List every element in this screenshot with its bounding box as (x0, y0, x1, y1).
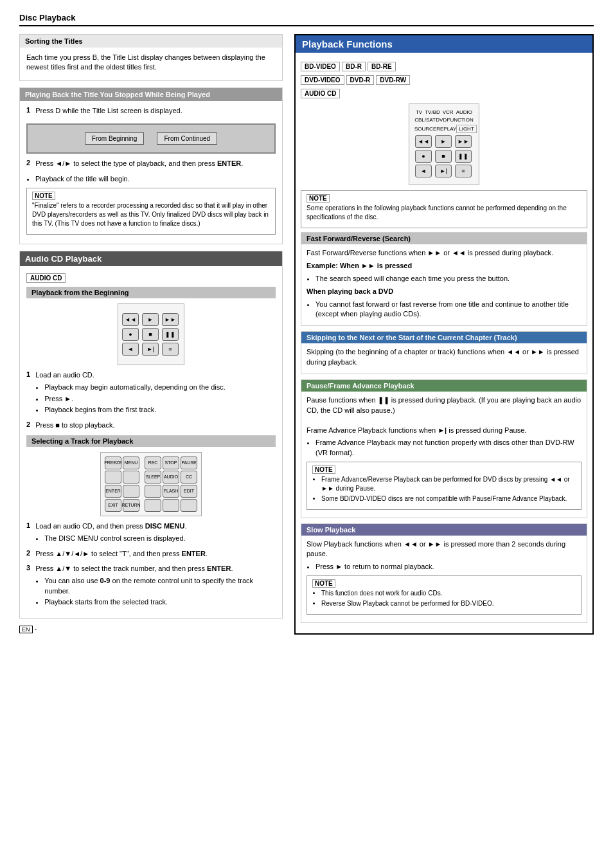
pause-body: Pause functions when ❚❚ is pressed durin… (306, 395, 582, 415)
fast-forward-header: Fast Forward/Reverse (Search) (301, 233, 587, 244)
sorting-header: Sorting the Titles (20, 35, 282, 48)
slow-note: NOTE This function does not work for aud… (306, 575, 582, 615)
slow-note-b1: This function does not work for audio CD… (321, 589, 576, 598)
track-step3-b2: Playback starts from the selected track. (44, 597, 276, 607)
from-continued-btn: From Continued (157, 132, 217, 145)
playback-beginning-header: Playback from the Beginning (26, 287, 276, 298)
blank-btn3 (123, 485, 139, 498)
btn-pause: ❚❚ (162, 328, 179, 341)
playback-badges-2: DVD-VIDEO DVD-R DVD-RW (301, 75, 587, 85)
page-title: Disc Playback (19, 13, 594, 26)
playing-back-note: NOTE "Finalize" refers to a recorder pro… (26, 188, 276, 235)
r-btn2: STOP (163, 457, 179, 469)
badge-dvd-rw: DVD-RW (376, 75, 410, 85)
badge-dvd-r: DVD-R (346, 75, 375, 85)
r-btn1: REC (145, 457, 161, 469)
fast-forward-section: Fast Forward/Reverse (Search) Fast Forwa… (301, 232, 587, 326)
track-step1-num: 1 (26, 521, 30, 547)
r-btn8: FLASH (163, 485, 179, 498)
badge-dvd-video: DVD-VIDEO (301, 75, 344, 85)
audio-cd-section: Audio CD Playback AUDIO CD Playback from… (19, 251, 283, 619)
ff-body: Fast Forward/Reverse functions when ►► o… (306, 248, 582, 258)
badge-audio-cd: AUDIO CD (301, 89, 340, 98)
ff-example-header: Example: When ►► is pressed (306, 261, 582, 271)
sorting-section: Sorting the Titles Each time you press B… (19, 34, 283, 81)
step2-bullet: Playback of the title will begin. (35, 174, 276, 184)
remote-area-2: FREEZE MENU ENTER EXIT RETURN (26, 452, 276, 516)
track-step1-bullet: The DISC MENU control screen is displaye… (44, 534, 186, 543)
track-step3-num: 3 (26, 564, 30, 610)
audio-cd-header: Audio CD Playback (20, 251, 282, 266)
playback-functions-section: Playback Functions BD-VIDEO BD-R BD-RE D… (294, 34, 594, 635)
r-btn4: SLEEP (145, 471, 161, 484)
track-step1-text: Load an audio CD, and then press DISC ME… (35, 521, 186, 531)
r-btn7 (145, 485, 161, 498)
en-badge: EN (19, 626, 33, 633)
selecting-track-header: Selecting a Track for Playback (26, 435, 276, 447)
audio-step1-b3: Playback begins from the first track. (44, 405, 226, 415)
btn-rec: ● (122, 328, 139, 341)
r-btn12 (181, 499, 197, 512)
badge-bd-re: BD-RE (368, 62, 396, 71)
btn-rew: ◄ (122, 343, 139, 356)
btn-stop: ■ (142, 328, 159, 341)
pf-pause: ❚❚ (455, 150, 472, 163)
audio-step1-text: Load an audio CD. (35, 370, 226, 380)
pf-prev: ◄◄ (415, 135, 432, 148)
step2-text: Press ◄/► to select the type of playback… (35, 159, 243, 168)
badge-bd-r: BD-R (342, 62, 366, 71)
enter-btn: ENTER (105, 485, 121, 498)
frame-bullet: Frame Advance Playback may not function … (315, 438, 582, 458)
skipping-section: Skipping to the Next or the Start of the… (301, 331, 587, 374)
r-btn10 (145, 499, 161, 512)
skipping-body: Skipping (to the beginning of a chapter … (306, 347, 582, 367)
playback-note: NOTE Some operations in the following pl… (301, 190, 587, 228)
remote-area: ◄◄ ► ►► ● ■ ❚❚ ◄ ►| ≡ (26, 303, 276, 365)
r-btn3: PAUSE (181, 457, 197, 469)
from-beginning-btn: From Beginning (85, 132, 145, 145)
slow-header: Slow Playback (301, 524, 587, 536)
audio-step1-b1: Playback may begin automatically, depend… (44, 383, 226, 392)
r-btn9: EDIT (181, 485, 197, 498)
step2-num: 2 (26, 159, 30, 171)
pf-play: ► (435, 135, 452, 148)
ff-dvd-header: When playing back a DVD (306, 287, 582, 296)
sorting-body: Each time you press B, the Title List di… (26, 53, 276, 73)
pause-header: Pause/Frame Advance Playback (301, 380, 587, 392)
ff-example-bullet: The search speed will change each time y… (315, 274, 582, 284)
playback-functions-header: Playback Functions (296, 35, 592, 53)
frame-body: Frame Advance Playback functions when ►|… (306, 426, 582, 435)
audio-step1-b2: Press ►. (44, 394, 226, 404)
menu-btn: MENU (123, 457, 139, 469)
slow-section: Slow Playback Slow Playback functions wh… (301, 523, 587, 623)
playback-badges: BD-VIDEO BD-R BD-RE (301, 62, 587, 71)
track-step2-text: Press ▲/▼/◄/► to select "T", and then pr… (35, 549, 208, 559)
slow-bullet: Press ► to return to normal playback. (315, 562, 582, 572)
step1-text: Press D while the Title List screen is d… (35, 106, 182, 116)
track-step2-num: 2 (26, 549, 30, 561)
r-btn6: CC (181, 471, 197, 484)
btn-extra: ≡ (162, 343, 179, 356)
pf-next: ►► (455, 135, 472, 148)
pause-section: Pause/Frame Advance Playback Pause funct… (301, 379, 587, 518)
pf-rec: ● (415, 150, 432, 163)
pause-note: NOTE Frame Advance/Reverse Playback can … (306, 462, 582, 510)
btn-prev-skip: ◄◄ (122, 313, 139, 326)
playback-badges-3: AUDIO CD (301, 89, 587, 98)
audio-cd-badge: AUDIO CD (26, 273, 66, 283)
audio-step2-text: Press ■ to stop playback. (35, 420, 114, 430)
audio-step2-num: 2 (26, 420, 30, 433)
blank-btn1 (105, 471, 121, 484)
exit-btn: EXIT (105, 499, 121, 512)
pause-note-b1: Frame Advance/Reverse Playback can be pe… (321, 475, 576, 493)
blank-btn2 (123, 471, 139, 484)
page-dash: - (35, 625, 37, 633)
pf-stop: ■ (435, 150, 452, 163)
pf-fwd: ►| (435, 165, 452, 177)
btn-next-skip: ►► (162, 313, 179, 326)
audio-step1-num: 1 (26, 370, 30, 418)
skipping-header: Skipping to the Next or the Start of the… (301, 332, 587, 343)
playing-back-stopped-section: Playing Back the Title You Stopped While… (19, 87, 283, 244)
playing-back-header: Playing Back the Title You Stopped While… (20, 88, 282, 101)
freeze-btn: FREEZE (105, 457, 121, 469)
